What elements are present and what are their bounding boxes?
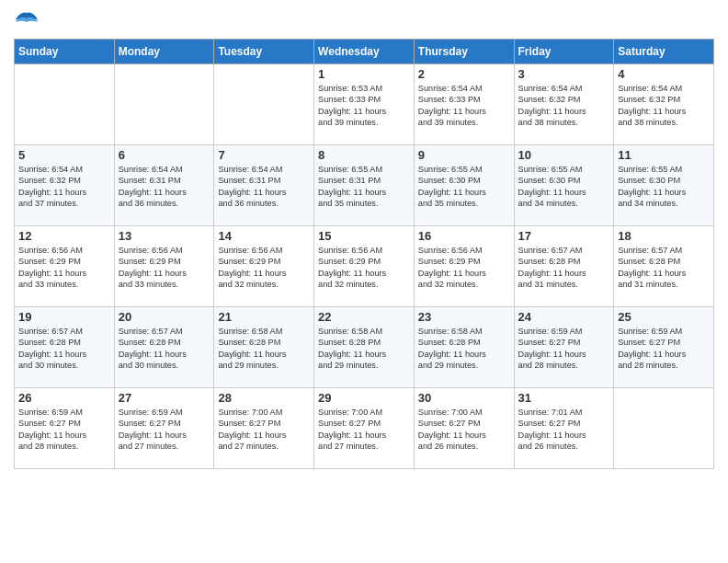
calendar-cell: 1Sunrise: 6:53 AM Sunset: 6:33 PM Daylig… <box>314 64 415 145</box>
page-header <box>14 9 714 31</box>
calendar-cell <box>614 388 714 469</box>
day-number: 13 <box>119 229 210 243</box>
day-number: 21 <box>218 310 310 324</box>
day-detail: Sunrise: 7:00 AM Sunset: 6:27 PM Dayligh… <box>218 407 310 453</box>
day-number: 1 <box>318 67 410 81</box>
calendar-cell: 29Sunrise: 7:00 AM Sunset: 6:27 PM Dayli… <box>314 388 415 469</box>
day-number: 30 <box>418 391 510 405</box>
header-friday: Friday <box>514 40 614 64</box>
calendar-cell: 2Sunrise: 6:54 AM Sunset: 6:33 PM Daylig… <box>414 64 514 145</box>
calendar-table: SundayMondayTuesdayWednesdayThursdayFrid… <box>14 39 714 469</box>
calendar-cell: 21Sunrise: 6:58 AM Sunset: 6:28 PM Dayli… <box>214 307 314 388</box>
logo <box>14 9 43 31</box>
calendar-cell: 8Sunrise: 6:55 AM Sunset: 6:31 PM Daylig… <box>314 145 415 226</box>
calendar-cell: 19Sunrise: 6:57 AM Sunset: 6:28 PM Dayli… <box>15 307 115 388</box>
calendar-cell: 26Sunrise: 6:59 AM Sunset: 6:27 PM Dayli… <box>15 388 115 469</box>
day-detail: Sunrise: 6:56 AM Sunset: 6:29 PM Dayligh… <box>218 245 310 291</box>
day-number: 31 <box>518 391 610 405</box>
header-monday: Monday <box>114 40 214 64</box>
day-number: 6 <box>119 148 210 162</box>
day-detail: Sunrise: 6:54 AM Sunset: 6:31 PM Dayligh… <box>218 164 310 210</box>
week-row-5: 26Sunrise: 6:59 AM Sunset: 6:27 PM Dayli… <box>15 388 714 469</box>
calendar-cell: 16Sunrise: 6:56 AM Sunset: 6:29 PM Dayli… <box>414 226 514 307</box>
calendar-cell: 7Sunrise: 6:54 AM Sunset: 6:31 PM Daylig… <box>214 145 314 226</box>
calendar-cell: 17Sunrise: 6:57 AM Sunset: 6:28 PM Dayli… <box>514 226 614 307</box>
calendar-cell: 24Sunrise: 6:59 AM Sunset: 6:27 PM Dayli… <box>514 307 614 388</box>
calendar-cell: 5Sunrise: 6:54 AM Sunset: 6:32 PM Daylig… <box>15 145 115 226</box>
day-detail: Sunrise: 6:56 AM Sunset: 6:29 PM Dayligh… <box>318 245 410 291</box>
day-detail: Sunrise: 6:54 AM Sunset: 6:32 PM Dayligh… <box>518 83 610 129</box>
calendar-cell: 3Sunrise: 6:54 AM Sunset: 6:32 PM Daylig… <box>514 64 614 145</box>
day-number: 3 <box>518 67 610 81</box>
day-detail: Sunrise: 6:59 AM Sunset: 6:27 PM Dayligh… <box>618 326 710 372</box>
day-number: 12 <box>18 229 110 243</box>
day-detail: Sunrise: 7:01 AM Sunset: 6:27 PM Dayligh… <box>518 407 610 453</box>
day-detail: Sunrise: 6:54 AM Sunset: 6:33 PM Dayligh… <box>418 83 510 129</box>
day-detail: Sunrise: 6:54 AM Sunset: 6:32 PM Dayligh… <box>618 83 710 129</box>
day-detail: Sunrise: 6:56 AM Sunset: 6:29 PM Dayligh… <box>18 245 110 291</box>
calendar-cell <box>214 64 314 145</box>
day-detail: Sunrise: 7:00 AM Sunset: 6:27 PM Dayligh… <box>318 407 410 453</box>
day-detail: Sunrise: 6:57 AM Sunset: 6:28 PM Dayligh… <box>18 326 110 372</box>
calendar-cell: 31Sunrise: 7:01 AM Sunset: 6:27 PM Dayli… <box>514 388 614 469</box>
day-detail: Sunrise: 6:57 AM Sunset: 6:28 PM Dayligh… <box>618 245 710 291</box>
day-number: 20 <box>119 310 210 324</box>
day-number: 7 <box>218 148 310 162</box>
week-row-4: 19Sunrise: 6:57 AM Sunset: 6:28 PM Dayli… <box>15 307 714 388</box>
day-detail: Sunrise: 6:55 AM Sunset: 6:30 PM Dayligh… <box>518 164 610 210</box>
day-detail: Sunrise: 6:56 AM Sunset: 6:29 PM Dayligh… <box>418 245 510 291</box>
day-number: 2 <box>418 67 510 81</box>
calendar-cell: 28Sunrise: 7:00 AM Sunset: 6:27 PM Dayli… <box>214 388 314 469</box>
day-detail: Sunrise: 6:55 AM Sunset: 6:30 PM Dayligh… <box>418 164 510 210</box>
calendar-cell: 10Sunrise: 6:55 AM Sunset: 6:30 PM Dayli… <box>514 145 614 226</box>
header-wednesday: Wednesday <box>314 40 415 64</box>
day-detail: Sunrise: 6:58 AM Sunset: 6:28 PM Dayligh… <box>418 326 510 372</box>
header-tuesday: Tuesday <box>214 40 314 64</box>
week-row-2: 5Sunrise: 6:54 AM Sunset: 6:32 PM Daylig… <box>15 145 714 226</box>
day-detail: Sunrise: 6:55 AM Sunset: 6:31 PM Dayligh… <box>318 164 410 210</box>
day-number: 17 <box>518 229 610 243</box>
calendar-cell: 6Sunrise: 6:54 AM Sunset: 6:31 PM Daylig… <box>114 145 214 226</box>
day-detail: Sunrise: 6:58 AM Sunset: 6:28 PM Dayligh… <box>318 326 410 372</box>
day-detail: Sunrise: 7:00 AM Sunset: 6:27 PM Dayligh… <box>418 407 510 453</box>
day-number: 14 <box>218 229 310 243</box>
day-detail: Sunrise: 6:54 AM Sunset: 6:32 PM Dayligh… <box>18 164 110 210</box>
calendar-cell: 4Sunrise: 6:54 AM Sunset: 6:32 PM Daylig… <box>614 64 714 145</box>
day-detail: Sunrise: 6:57 AM Sunset: 6:28 PM Dayligh… <box>518 245 610 291</box>
calendar-cell: 23Sunrise: 6:58 AM Sunset: 6:28 PM Dayli… <box>414 307 514 388</box>
day-number: 24 <box>518 310 610 324</box>
day-detail: Sunrise: 6:59 AM Sunset: 6:27 PM Dayligh… <box>518 326 610 372</box>
calendar-cell: 13Sunrise: 6:56 AM Sunset: 6:29 PM Dayli… <box>114 226 214 307</box>
day-detail: Sunrise: 6:56 AM Sunset: 6:29 PM Dayligh… <box>119 245 210 291</box>
calendar-cell <box>114 64 214 145</box>
day-detail: Sunrise: 6:53 AM Sunset: 6:33 PM Dayligh… <box>318 83 410 129</box>
calendar-cell: 14Sunrise: 6:56 AM Sunset: 6:29 PM Dayli… <box>214 226 314 307</box>
day-detail: Sunrise: 6:59 AM Sunset: 6:27 PM Dayligh… <box>18 407 110 453</box>
calendar-cell: 27Sunrise: 6:59 AM Sunset: 6:27 PM Dayli… <box>114 388 214 469</box>
day-number: 9 <box>418 148 510 162</box>
calendar-cell: 30Sunrise: 7:00 AM Sunset: 6:27 PM Dayli… <box>414 388 514 469</box>
day-detail: Sunrise: 6:55 AM Sunset: 6:30 PM Dayligh… <box>618 164 710 210</box>
header-thursday: Thursday <box>414 40 514 64</box>
day-number: 23 <box>418 310 510 324</box>
header-saturday: Saturday <box>614 40 714 64</box>
day-number: 19 <box>18 310 110 324</box>
day-number: 11 <box>618 148 710 162</box>
day-number: 5 <box>18 148 110 162</box>
week-row-3: 12Sunrise: 6:56 AM Sunset: 6:29 PM Dayli… <box>15 226 714 307</box>
day-number: 15 <box>318 229 410 243</box>
day-number: 18 <box>618 229 710 243</box>
week-row-1: 1Sunrise: 6:53 AM Sunset: 6:33 PM Daylig… <box>15 64 714 145</box>
day-number: 29 <box>318 391 410 405</box>
day-detail: Sunrise: 6:58 AM Sunset: 6:28 PM Dayligh… <box>218 326 310 372</box>
calendar-cell: 18Sunrise: 6:57 AM Sunset: 6:28 PM Dayli… <box>614 226 714 307</box>
logo-bird-icon <box>14 9 40 31</box>
day-number: 16 <box>418 229 510 243</box>
calendar-cell: 11Sunrise: 6:55 AM Sunset: 6:30 PM Dayli… <box>614 145 714 226</box>
day-number: 4 <box>618 67 710 81</box>
day-detail: Sunrise: 6:54 AM Sunset: 6:31 PM Dayligh… <box>119 164 210 210</box>
header-sunday: Sunday <box>15 40 115 64</box>
day-number: 8 <box>318 148 410 162</box>
day-number: 10 <box>518 148 610 162</box>
header-row: SundayMondayTuesdayWednesdayThursdayFrid… <box>15 40 714 64</box>
